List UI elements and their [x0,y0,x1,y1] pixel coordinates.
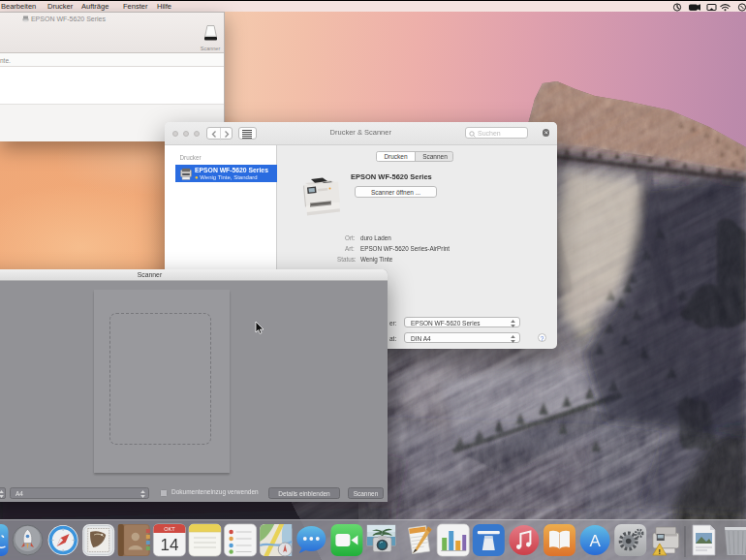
svg-text:14: 14 [160,536,178,554]
svg-text:!: ! [658,547,661,556]
svg-text:OKT: OKT [164,526,175,532]
svg-text:A: A [589,532,601,550]
